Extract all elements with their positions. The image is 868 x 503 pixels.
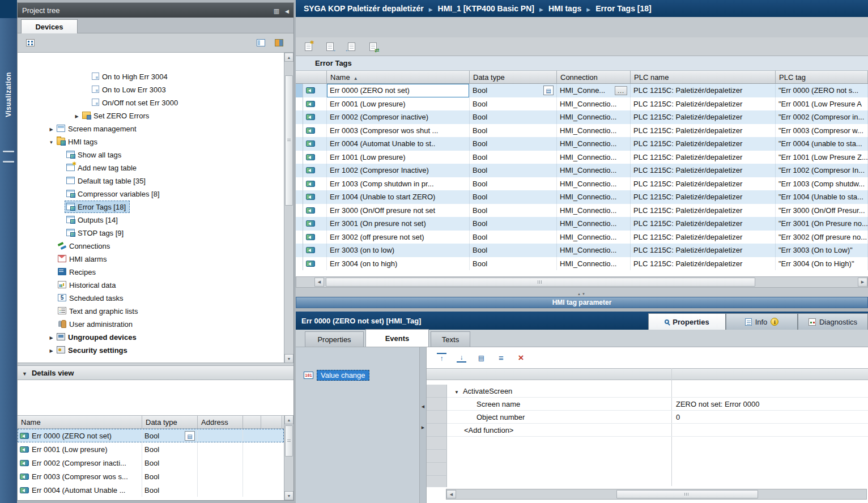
collapse-handle-icon[interactable]: [577, 288, 586, 297]
strip-handle-icon[interactable]: [3, 161, 14, 163]
scrollbar-thumb[interactable]: [285, 425, 293, 457]
tree-item[interactable]: On/Off not set Err 3000: [18, 96, 285, 109]
add-function-link[interactable]: <Add function>: [447, 426, 513, 434]
cell-plc-tag[interactable]: "Err 3004 (On to High)": [776, 257, 868, 271]
scrollbar-thumb[interactable]: [285, 75, 293, 206]
cell-connection[interactable]: HMI_Connectio...: [557, 257, 631, 271]
tag-table-row[interactable]: Err 0001 (Low presure) Bool HMI_Connecti…: [296, 97, 868, 111]
strip-handle-icon[interactable]: [3, 151, 14, 152]
cell-name[interactable]: Err 3000 (On/Off presure not set: [327, 204, 470, 218]
cell-plc-name[interactable]: PLC 1215C: Paletizér/depaletizer: [631, 124, 776, 138]
cell-plc-tag[interactable]: "Err 0001 (Low Presure A: [776, 97, 868, 111]
tree-item[interactable]: Ungrouped devices: [18, 330, 285, 343]
cell-plc-tag[interactable]: "Err 0000 (ZERO not s...: [776, 84, 868, 97]
cell-data-type[interactable]: Bool: [470, 97, 557, 111]
cell-name[interactable]: Err 1002 (Compresor Inactive): [327, 164, 470, 177]
cell-connection[interactable]: HMI_Connectio...: [557, 217, 631, 231]
event-param-row[interactable]: Object number0: [427, 411, 868, 424]
tag-table-row[interactable]: Err 1004 (Unable to start ZERO) Bool HMI…: [296, 190, 868, 204]
cell-data-type[interactable]: Bool: [470, 124, 557, 138]
cell-connection[interactable]: HMI_Connectio...: [557, 164, 631, 177]
cell-plc-name[interactable]: PLC 1215C: Paletizér/depaletizer: [631, 257, 776, 271]
project-tree-scrollbar[interactable]: [284, 53, 293, 363]
cell-name[interactable]: Err 1004 (Unable to start ZERO): [327, 190, 470, 204]
details-view-header[interactable]: Details view: [18, 365, 293, 380]
tag-table-row[interactable]: Err 3000 (On/Off presure not set Bool HM…: [296, 204, 868, 218]
cell-plc-tag[interactable]: "Err 3002 (Off presure no...: [776, 231, 868, 244]
tree-item[interactable]: On to High Err 3004: [18, 70, 285, 83]
cell-name[interactable]: Err 3002 (off presure not set): [327, 231, 470, 244]
details-view-scrollbar[interactable]: [284, 415, 293, 500]
chevron-right-icon[interactable]: [48, 124, 55, 133]
add-function-row[interactable]: <Add function>: [427, 424, 868, 437]
cell-data-type[interactable]: Bool: [470, 177, 557, 191]
events-hscrollbar[interactable]: [446, 489, 867, 500]
cell-name[interactable]: Err 3001 (On presure not set): [327, 217, 470, 231]
param-value[interactable]: 0: [676, 413, 680, 421]
scroll-up-icon[interactable]: [284, 53, 293, 62]
cell-connection[interactable]: HMI_Connectio...: [557, 97, 631, 111]
tag-table-row[interactable]: Err 0000 (ZERO not set) Bool HMI_Conne..…: [296, 84, 868, 97]
cell-connection[interactable]: HMI_Connectio...: [557, 137, 631, 151]
tree-item[interactable]: Historical data: [18, 278, 285, 291]
details-row[interactable]: Err 0003 (Compresor wos s... Bool: [18, 470, 284, 483]
cell-plc-tag[interactable]: "Err 3001 (On Presure no...: [776, 217, 868, 231]
details-row[interactable]: Err 0004 (Automat Unable ... Bool: [18, 483, 284, 497]
chevron-down-icon[interactable]: [48, 137, 55, 146]
details-row[interactable]: Err 0002 (Compresor inacti... Bool: [18, 456, 284, 470]
tree-item[interactable]: HMI tags: [18, 135, 285, 148]
chevron-right-icon[interactable]: [48, 346, 55, 354]
breadcrumb-item[interactable]: HMI_1 [KTP400 Basic PN]: [438, 4, 534, 13]
breadcrumb-item[interactable]: Error Tags [18]: [595, 4, 652, 13]
tree-item[interactable]: Connections: [18, 239, 285, 252]
scroll-left-icon[interactable]: [314, 278, 324, 287]
cell-name[interactable]: Err 3004 (on to high): [327, 257, 470, 271]
column-header-name[interactable]: Name: [327, 71, 470, 83]
tree-item[interactable]: Scheduled tasks: [18, 291, 285, 304]
scroll-up-icon[interactable]: [284, 415, 293, 424]
cell-plc-name[interactable]: PLC 1215C: Paletizér/depaletizer: [631, 137, 776, 151]
tree-item[interactable]: User administration: [18, 317, 285, 330]
tag-table-row[interactable]: Err 1003 (Comp shutdwn in pr... Bool HMI…: [296, 177, 868, 191]
tree-item[interactable]: Screen management: [18, 122, 285, 135]
cell-data-type[interactable]: Bool: [470, 231, 557, 244]
scroll-right-icon[interactable]: [858, 278, 867, 287]
cell-plc-tag[interactable]: "Err 3000 (On/Off Presur...: [776, 204, 868, 218]
tree-item[interactable]: Error Tags [18]: [18, 200, 285, 213]
cell-connection[interactable]: HMI_Connectio...: [557, 110, 631, 124]
column-header-plc-name[interactable]: PLC name: [631, 71, 776, 83]
details-row[interactable]: Err 0000 (ZERO not set) Bool: [18, 429, 284, 442]
event-item-value-change[interactable]: Value change: [304, 370, 369, 381]
cell-name[interactable]: Err 0000 (ZERO not set): [327, 84, 470, 97]
scrollbar-thumb[interactable]: [616, 490, 758, 498]
cell-plc-name[interactable]: PLC 1215C: Paletizér/depaletizer: [631, 190, 776, 204]
tab-devices[interactable]: Devices: [21, 19, 78, 33]
tag-table-row[interactable]: Err 0004 (Automat Unable to st.. Bool HM…: [296, 137, 868, 151]
tree-item[interactable]: Add new tag table: [18, 161, 285, 174]
tree-item[interactable]: Text and graphic lists: [18, 304, 285, 317]
cell-connection[interactable]: HMI_Connectio...: [557, 124, 631, 138]
connection-browse-button[interactable]: ...: [615, 86, 627, 95]
column-header-plc-tag[interactable]: PLC tag: [776, 71, 868, 83]
collapse-right-icon[interactable]: [422, 422, 424, 430]
tag-table-hscrollbar[interactable]: [296, 276, 868, 288]
tree-item[interactable]: Outputs [14]: [18, 213, 285, 226]
event-function-row[interactable]: ActivateScreen: [427, 385, 868, 398]
tree-item[interactable]: Set ZERO Errors: [18, 109, 285, 122]
expand-all-icon[interactable]: [476, 353, 486, 363]
cell-plc-name[interactable]: PLC 1215C: Paletizér/depaletizer: [631, 177, 776, 191]
tag-table-row[interactable]: Err 3004 (on to high) Bool HMI_Connectio…: [296, 257, 868, 271]
split-editor-button[interactable]: [253, 36, 269, 50]
tag-table-row[interactable]: Err 3001 (On presure not set) Bool HMI_C…: [296, 217, 868, 231]
collapse-panel-icon[interactable]: [285, 6, 289, 15]
hmi-tag-parameter-bar[interactable]: HMI tag parameter: [296, 297, 868, 308]
tree-item[interactable]: Default tag table [35]: [18, 174, 285, 187]
import-tags-button[interactable]: [343, 39, 359, 54]
cell-data-type[interactable]: Bool: [470, 257, 557, 271]
param-value[interactable]: ZERO not set: Error 0000: [676, 400, 759, 408]
cell-plc-name[interactable]: PLC 1215C: Paletizér/depaletizer: [631, 231, 776, 244]
open-window-button[interactable]: [271, 36, 287, 50]
cell-connection[interactable]: HMI_Connectio...: [557, 190, 631, 204]
move-up-icon[interactable]: [437, 353, 446, 363]
chevron-right-icon[interactable]: [48, 333, 55, 341]
